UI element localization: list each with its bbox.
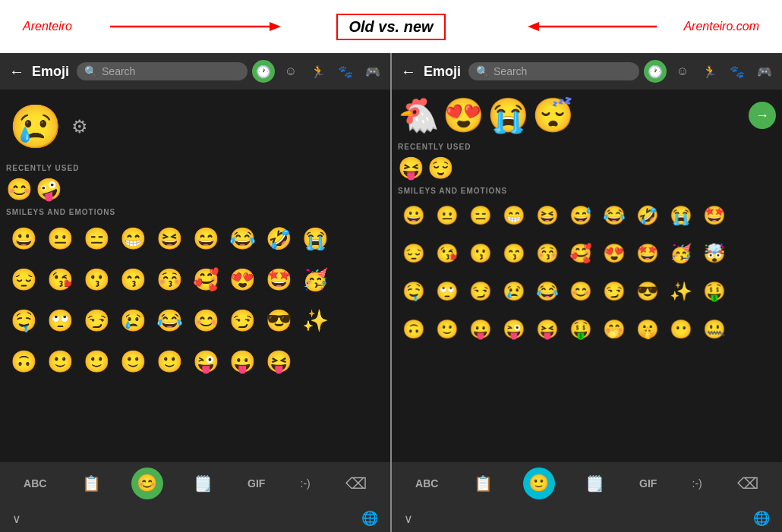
- old-emoticon-button[interactable]: :-): [296, 474, 315, 493]
- new-search-bar[interactable]: 🔍 Search: [468, 62, 639, 80]
- list-item[interactable]: 😭: [298, 221, 333, 256]
- list-item[interactable]: 😂: [225, 221, 260, 256]
- list-item[interactable]: 🤑: [565, 313, 597, 345]
- old-settings-icon[interactable]: ⚙: [71, 116, 88, 137]
- list-item[interactable]: 🙄: [43, 303, 77, 338]
- list-item[interactable]: 😚: [531, 238, 563, 269]
- old-abc-button[interactable]: ABC: [19, 474, 51, 493]
- list-item[interactable]: 🥳: [298, 262, 333, 297]
- list-item[interactable]: 😢: [498, 275, 530, 307]
- list-item[interactable]: 🤣: [632, 200, 664, 231]
- list-item[interactable]: 😔: [6, 262, 41, 297]
- list-item[interactable]: 🙄: [431, 275, 463, 307]
- list-item[interactable]: 😭: [665, 200, 697, 231]
- list-item[interactable]: 🤐: [698, 313, 730, 345]
- list-item[interactable]: 😐: [431, 200, 463, 231]
- list-item[interactable]: 😍: [443, 96, 484, 135]
- list-item[interactable]: 😐: [43, 221, 77, 256]
- list-item[interactable]: 🙂: [43, 344, 77, 379]
- list-item[interactable]: 😴: [532, 96, 574, 135]
- list-item[interactable]: 😊: [6, 177, 33, 202]
- list-item[interactable]: 🙂: [115, 344, 150, 379]
- list-item[interactable]: 😜: [498, 313, 530, 345]
- list-item[interactable]: 😘: [431, 238, 463, 269]
- list-item[interactable]: 😏: [225, 303, 260, 338]
- list-item[interactable]: 😍: [225, 262, 260, 297]
- list-item[interactable]: 😊: [565, 275, 597, 307]
- list-item[interactable]: 😗: [465, 238, 497, 269]
- list-item[interactable]: 🤤: [398, 275, 430, 307]
- list-item[interactable]: 😢: [115, 303, 150, 338]
- list-item[interactable]: 😊: [188, 303, 223, 338]
- new-sticker-button[interactable]: 🗒️: [581, 471, 609, 496]
- list-item[interactable]: 😌: [427, 156, 454, 181]
- old-search-bar[interactable]: 🔍 Search: [77, 62, 248, 80]
- list-item[interactable]: 🤪: [36, 177, 62, 202]
- list-item[interactable]: 😭: [487, 96, 529, 135]
- old-chevron-down[interactable]: ∨: [12, 512, 21, 526]
- list-item[interactable]: 😀: [6, 221, 41, 256]
- new-controller-icon[interactable]: 🎮: [753, 60, 776, 83]
- list-item[interactable]: 🐔: [398, 96, 440, 135]
- list-item[interactable]: 🙂: [79, 344, 114, 379]
- list-item[interactable]: 🙂: [431, 313, 463, 345]
- old-clipboard-button[interactable]: 📋: [77, 471, 106, 496]
- new-globe-icon[interactable]: 🌐: [753, 510, 770, 527]
- new-abc-button[interactable]: ABC: [411, 474, 443, 493]
- list-item[interactable]: 😘: [43, 262, 77, 297]
- list-item[interactable]: 🤣: [261, 221, 296, 256]
- list-item[interactable]: 😎: [632, 275, 664, 307]
- new-chevron-down[interactable]: ∨: [404, 512, 413, 526]
- new-face-icon[interactable]: ☺: [671, 60, 694, 83]
- old-clock-icon[interactable]: 🕐: [252, 60, 275, 83]
- new-clock-icon[interactable]: 🕐: [644, 60, 667, 83]
- list-item[interactable]: 😛: [225, 344, 260, 379]
- list-item[interactable]: 🙃: [6, 344, 41, 379]
- list-item[interactable]: 😏: [465, 275, 497, 307]
- list-item[interactable]: 😶: [665, 313, 697, 345]
- list-item[interactable]: 😔: [398, 238, 430, 269]
- list-item[interactable]: 😁: [498, 200, 530, 231]
- list-item[interactable]: 🙃: [398, 313, 430, 345]
- old-paw-icon[interactable]: 🐾: [334, 60, 357, 83]
- list-item[interactable]: 😅: [565, 200, 597, 231]
- list-item[interactable]: 😚: [152, 262, 187, 297]
- new-emoji-button[interactable]: 🙂: [523, 467, 555, 499]
- list-item[interactable]: 😝: [531, 313, 563, 345]
- list-item[interactable]: 🤭: [598, 313, 630, 345]
- list-item[interactable]: 😜: [188, 344, 223, 379]
- new-back-button[interactable]: ←: [398, 60, 419, 83]
- list-item[interactable]: 😍: [598, 238, 630, 269]
- list-item[interactable]: 😂: [598, 200, 630, 231]
- new-clipboard-button[interactable]: 📋: [469, 471, 497, 496]
- list-item[interactable]: 🤑: [698, 275, 730, 307]
- old-globe-icon[interactable]: 🌐: [361, 510, 378, 527]
- list-item[interactable]: 😄: [188, 221, 223, 256]
- old-sticker-button[interactable]: 🗒️: [189, 471, 217, 496]
- old-back-button[interactable]: ←: [6, 60, 27, 83]
- old-emoji-button[interactable]: 😊: [131, 467, 163, 499]
- list-item[interactable]: 😏: [598, 275, 630, 307]
- old-gif-button[interactable]: GIF: [243, 474, 270, 493]
- list-item[interactable]: 🥳: [665, 238, 697, 269]
- list-item[interactable]: 🤩: [698, 200, 730, 231]
- list-item[interactable]: ✨: [665, 275, 697, 307]
- list-item[interactable]: 🤯: [698, 238, 730, 269]
- new-emoticon-button[interactable]: :-): [688, 474, 707, 493]
- list-item[interactable]: ✨: [298, 303, 333, 338]
- old-controller-icon[interactable]: 🎮: [361, 60, 384, 83]
- list-item[interactable]: 🤫: [632, 313, 664, 345]
- new-backspace-button[interactable]: ⌫: [733, 471, 763, 496]
- list-item[interactable]: 😝: [261, 344, 296, 379]
- list-item[interactable]: 😛: [465, 313, 497, 345]
- new-paw-icon[interactable]: 🐾: [726, 60, 749, 83]
- list-item[interactable]: 😆: [531, 200, 563, 231]
- list-item[interactable]: 😙: [115, 262, 150, 297]
- list-item[interactable]: 😑: [465, 200, 497, 231]
- new-next-button[interactable]: →: [749, 102, 776, 129]
- list-item[interactable]: 🤤: [6, 303, 41, 338]
- list-item[interactable]: 😆: [152, 221, 187, 256]
- list-item[interactable]: 😂: [152, 303, 187, 338]
- list-item[interactable]: 😗: [79, 262, 114, 297]
- list-item[interactable]: 😙: [498, 238, 530, 269]
